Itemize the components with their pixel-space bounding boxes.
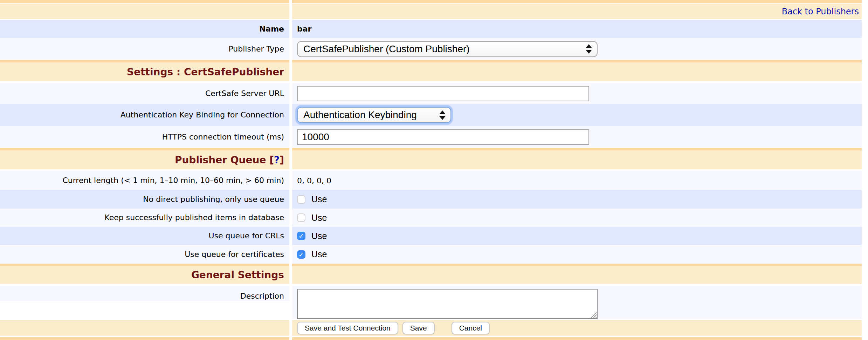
back-to-publishers-link[interactable]: Back to Publishers (782, 7, 859, 16)
publisher-queue-help-link[interactable]: ? (274, 154, 280, 166)
https-timeout-label: HTTPS connection timeout (ms) (162, 132, 284, 142)
save-button[interactable]: Save (402, 322, 435, 334)
bottom-section-strip (0, 337, 862, 340)
description-row: Description (0, 286, 862, 320)
checkbox-label: Use (311, 249, 327, 259)
current-length-row: Current length (< 1 min, 1–10 min, 10–60… (0, 171, 862, 190)
publisher-type-select[interactable]: CertSafePublisher (Custom Publisher) (297, 41, 598, 57)
form-actions-row: Save and Test Connection Save Cancel (0, 320, 862, 336)
name-label: Name (259, 24, 284, 34)
checkbox-label: Use (311, 194, 327, 204)
publisher-edit-page: Back to Publishers Name bar Publisher Ty… (0, 0, 868, 340)
name-value: bar (297, 25, 311, 33)
no-direct-publishing-row: No direct publishing, only use queue Use (0, 190, 862, 209)
https-timeout-row: HTTPS connection timeout (ms) (0, 126, 862, 148)
keep-published-items-label: Keep successfully published items in dat… (104, 213, 284, 223)
top-section-strip (0, 0, 862, 3)
save-and-test-connection-button[interactable]: Save and Test Connection (297, 322, 398, 334)
publisher-type-selected-value: CertSafePublisher (Custom Publisher) (303, 43, 470, 55)
use-queue-certificates-label: Use queue for certificates (185, 250, 284, 259)
cancel-button[interactable]: Cancel (452, 322, 490, 334)
description-textarea[interactable] (297, 289, 598, 319)
no-direct-publishing-checkbox[interactable] (297, 195, 305, 204)
use-queue-certificates-checkbox[interactable] (297, 250, 305, 259)
certsafe-url-input[interactable] (297, 86, 589, 101)
current-length-value: 0, 0, 0, 0 (297, 176, 331, 185)
publisher-type-row: Publisher Type CertSafePublisher (Custom… (0, 38, 862, 60)
chevron-up-down-icon (586, 44, 592, 54)
use-queue-crls-checkbox[interactable] (297, 232, 305, 240)
publisher-type-label: Publisher Type (228, 44, 284, 54)
auth-key-binding-selected-value: Authentication Keybinding (303, 109, 417, 121)
certsafe-url-row: CertSafe Server URL (0, 83, 862, 104)
publisher-queue-section-title: Publisher Queue [?] (175, 154, 284, 166)
use-queue-certificates-row: Use queue for certificates Use (0, 245, 862, 264)
general-settings-section-header: General Settings (0, 264, 862, 286)
auth-key-binding-label: Authentication Key Binding for Connectio… (120, 110, 284, 120)
auth-key-binding-row: Authentication Key Binding for Connectio… (0, 104, 862, 126)
name-row: Name bar (0, 20, 862, 38)
no-direct-publishing-label: No direct publishing, only use queue (143, 195, 284, 204)
general-settings-section-title: General Settings (191, 269, 284, 281)
checkbox-label: Use (311, 213, 327, 223)
publisher-queue-section-header: Publisher Queue [?] (0, 148, 862, 171)
certsafe-url-label: CertSafe Server URL (205, 89, 284, 98)
keep-published-items-checkbox[interactable] (297, 213, 305, 222)
use-queue-crls-label: Use queue for CRLs (208, 231, 284, 241)
auth-key-binding-select[interactable]: Authentication Keybinding (297, 107, 451, 123)
use-queue-crls-row: Use queue for CRLs Use (0, 227, 862, 245)
https-timeout-input[interactable] (297, 129, 589, 145)
chevron-up-down-icon (439, 110, 446, 120)
settings-section-title: Settings : CertSafePublisher (127, 66, 284, 78)
back-row: Back to Publishers (0, 4, 862, 19)
settings-section-header: Settings : CertSafePublisher (0, 60, 862, 83)
keep-published-items-row: Keep successfully published items in dat… (0, 209, 862, 227)
checkbox-label: Use (311, 231, 327, 241)
current-length-label: Current length (< 1 min, 1–10 min, 10–60… (62, 176, 284, 185)
description-label: Description (240, 291, 284, 301)
